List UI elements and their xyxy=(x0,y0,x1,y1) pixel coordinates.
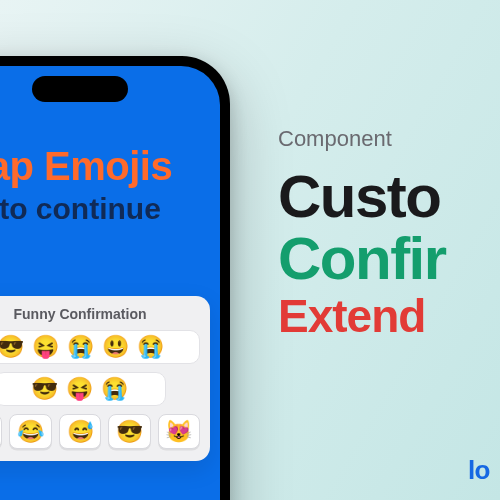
phone-screen: ap Emojis to continue Funny Confirmation… xyxy=(0,66,220,500)
phone-notch xyxy=(32,76,128,102)
emoji-key[interactable]: 😂 xyxy=(9,414,51,449)
emoji-key[interactable]: 😻 xyxy=(158,414,200,449)
emoji-icon: 😭 xyxy=(101,378,128,400)
headline-line1: Custo xyxy=(278,166,500,227)
emoji-icon: 😭 xyxy=(67,336,94,358)
sheet-title: Funny Confirmation xyxy=(0,306,200,322)
headline-line2: Confir xyxy=(278,228,500,289)
headline-overline: Component xyxy=(278,128,500,150)
headline-block: Component Custo Confir Extend xyxy=(278,128,500,340)
emoji-icon: 😭 xyxy=(137,336,164,358)
confirmation-sheet: Funny Confirmation 😎 😝 😭 😃 😭 😎 😝 😭 😆 😂 😅… xyxy=(0,296,210,461)
emoji-keyboard: 😆 😂 😅 😎 😻 xyxy=(0,414,200,449)
emoji-icon: 😃 xyxy=(102,336,129,358)
emoji-row-2: 😎 😝 😭 xyxy=(0,372,166,406)
emoji-key[interactable]: 😅 xyxy=(59,414,101,449)
emoji-icon: 😎 xyxy=(0,336,24,358)
phone-mockup: ap Emojis to continue Funny Confirmation… xyxy=(0,56,230,500)
emoji-key[interactable]: 😆 xyxy=(0,414,2,449)
hero-line2: to continue xyxy=(0,192,214,225)
headline-line3: Extend xyxy=(278,293,500,340)
emoji-icon: 😝 xyxy=(66,378,93,400)
emoji-key[interactable]: 😎 xyxy=(108,414,150,449)
hero-text: ap Emojis to continue xyxy=(0,144,220,225)
emoji-icon: 😝 xyxy=(32,336,59,358)
emoji-icon: 😎 xyxy=(31,378,58,400)
emoji-row-1: 😎 😝 😭 😃 😭 xyxy=(0,330,200,364)
hero-line1: ap Emojis xyxy=(0,144,214,188)
brand-logo: lo xyxy=(468,455,490,486)
